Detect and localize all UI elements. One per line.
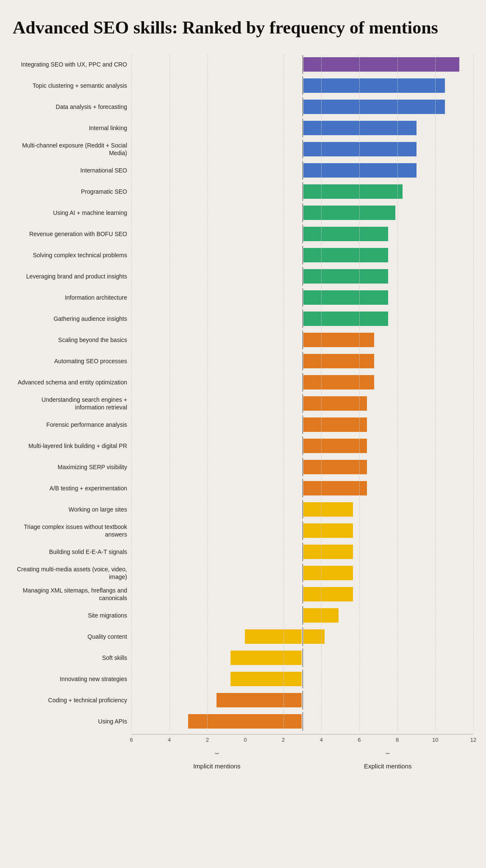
row-bars (131, 55, 473, 74)
axis-brackets: ⌣ ⌣ (13, 748, 473, 757)
row-bars (131, 648, 473, 667)
row-bars (131, 246, 473, 264)
row-label: Managing XML sitemaps, hreflangs and can… (13, 585, 131, 604)
chart-row: Managing XML sitemaps, hreflangs and can… (13, 585, 473, 604)
row-label: Using AI + machine learning (13, 203, 131, 222)
chart-row: Using APIs (13, 712, 473, 731)
chart-row: International SEO (13, 161, 473, 180)
row-bars (131, 352, 473, 370)
chart-row: Topic clustering + semantic analysis (13, 76, 473, 95)
row-label: Internal linking (13, 119, 131, 137)
x-tick: 2 (282, 737, 285, 743)
row-label: Creating multi-media assets (voice, vide… (13, 564, 131, 582)
row-bars (131, 373, 473, 392)
row-bars (131, 712, 473, 731)
chart-row: Internal linking (13, 119, 473, 137)
explicit-bar (303, 184, 403, 199)
row-bars (131, 479, 473, 498)
row-bars (131, 288, 473, 307)
chart-row: Multi-channel exposure (Reddit + Social … (13, 140, 473, 159)
chart-row: Site migrations (13, 606, 473, 625)
row-label: Triage complex issues without textbook a… (13, 521, 131, 540)
row-bars (131, 670, 473, 688)
explicit-bar (303, 333, 374, 347)
x-tick: 12 (470, 737, 476, 743)
row-bars (131, 182, 473, 201)
chart-row: Working on large sites (13, 500, 473, 519)
chart-row: Information architecture (13, 288, 473, 307)
chart-row: Maximizing SERP visibility (13, 458, 473, 476)
implicit-bar (231, 651, 301, 665)
row-label: Working on large sites (13, 500, 131, 519)
row-bars (131, 225, 473, 243)
chart-row: Innovating new strategies (13, 670, 473, 688)
row-bars (131, 415, 473, 434)
x-tick: 6 (358, 737, 361, 743)
explicit-bar (303, 608, 339, 623)
row-bars (131, 585, 473, 604)
row-label: Innovating new strategies (13, 670, 131, 688)
axis-labels: Implicit mentions Explicit mentions (13, 762, 473, 770)
row-label: Information architecture (13, 288, 131, 307)
x-tick: 4 (168, 737, 171, 743)
explicit-bar (303, 269, 389, 284)
chart-row: Revenue generation with BOFU SEO (13, 225, 473, 243)
explicit-bar (303, 439, 367, 453)
chart-row: Triage complex issues without textbook a… (13, 521, 473, 540)
chart-row: Coding + technical proficiency (13, 691, 473, 709)
row-bars (131, 140, 473, 159)
row-bars (131, 267, 473, 286)
explicit-bar (303, 142, 417, 156)
explicit-bar (303, 566, 353, 580)
explicit-bar (303, 417, 367, 432)
row-label: Programatic SEO (13, 182, 131, 201)
implicit-bar (217, 693, 302, 707)
row-bars (131, 161, 473, 180)
row-bars (131, 203, 473, 222)
row-label: Coding + technical proficiency (13, 691, 131, 709)
chart-row: Quality content (13, 627, 473, 646)
implicit-bar (188, 714, 302, 729)
explicit-bar (303, 206, 395, 220)
explicit-bar (303, 629, 325, 644)
explicit-bar (303, 57, 459, 72)
x-tick: 6 (130, 737, 133, 743)
explicit-bar (303, 290, 389, 305)
chart-title: Advanced SEO skills: Ranked by frequency… (13, 17, 473, 38)
chart-row: Solving complex technical problems (13, 246, 473, 264)
explicit-bar (303, 227, 389, 241)
explicit-label: Explicit mentions (303, 762, 474, 770)
implicit-label: Implicit mentions (131, 762, 303, 770)
x-tick: 8 (396, 737, 399, 743)
row-label: Data analysis + forecasting (13, 97, 131, 116)
explicit-bar (303, 163, 417, 178)
row-bars (131, 542, 473, 561)
row-bars (131, 437, 473, 455)
row-label: Building solid E-E-A-T signals (13, 542, 131, 561)
explicit-bar (303, 523, 353, 538)
explicit-bar (303, 354, 374, 368)
chart-row: Understanding search engines + informati… (13, 394, 473, 413)
chart-row: Gathering audience insights (13, 309, 473, 328)
row-bars (131, 76, 473, 95)
chart-row: Multi-layered link building + digital PR (13, 437, 473, 455)
row-label: Site migrations (13, 606, 131, 625)
row-label: Quality content (13, 627, 131, 646)
explicit-bar (303, 545, 353, 559)
chart-row: Soft skills (13, 648, 473, 667)
row-bars (131, 564, 473, 582)
explicit-bar (303, 248, 389, 262)
row-label: Maximizing SERP visibility (13, 458, 131, 476)
chart-row: A/B testing + experimentation (13, 479, 473, 498)
chart-row: Creating multi-media assets (voice, vide… (13, 564, 473, 582)
explicit-bar (303, 396, 367, 411)
x-tick: 0 (244, 737, 247, 743)
row-bars (131, 97, 473, 116)
row-label: Forensic performance analysis (13, 415, 131, 434)
row-label: Multi-channel exposure (Reddit + Social … (13, 140, 131, 159)
row-bars (131, 458, 473, 476)
row-bars (131, 331, 473, 349)
chart-row: Automating SEO processes (13, 352, 473, 370)
row-label: International SEO (13, 161, 131, 180)
row-bars (131, 521, 473, 540)
